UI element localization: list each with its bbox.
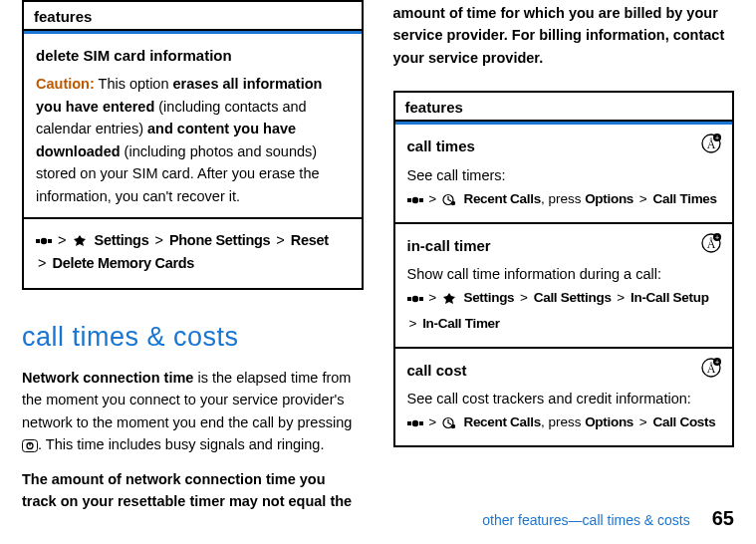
svg-point-1 xyxy=(41,238,47,244)
features-table-left: features delete SIM card information Cau… xyxy=(22,0,364,290)
path-sep: > xyxy=(274,229,286,251)
tools-icon xyxy=(442,292,456,306)
path-sep: > xyxy=(407,311,419,337)
call-times-title: call times xyxy=(407,135,721,157)
in-call-timer-desc: Show call time information during a call… xyxy=(407,263,721,285)
path-delete-memory: Delete Memory Cards xyxy=(53,255,195,271)
path-call-times: Call Times xyxy=(652,191,716,206)
page-footer: other features—call times & costs 65 xyxy=(482,507,734,530)
center-key-icon xyxy=(407,418,423,428)
page-number: 65 xyxy=(712,507,734,530)
svg-rect-26 xyxy=(407,421,411,425)
path-sep: > xyxy=(637,409,649,435)
left-column: features delete SIM card information Cau… xyxy=(22,0,364,544)
body-paragraph-2: The amount of network connection time yo… xyxy=(22,468,364,513)
path-settings: Settings xyxy=(463,290,514,305)
caution-text-1: This option xyxy=(95,76,173,92)
path-call-costs: Call Costs xyxy=(652,414,715,429)
caution-paragraph: Caution: This option erases all informat… xyxy=(36,73,350,207)
in-call-timer-row: +Å in-call timer Show call time informat… xyxy=(395,224,733,349)
svg-rect-12 xyxy=(419,198,423,202)
path-sep: > xyxy=(518,285,530,311)
svg-text:Å: Å xyxy=(707,237,716,251)
svg-rect-0 xyxy=(36,239,40,243)
in-call-timer-path: > Settings > Call Settings > In-Call Set… xyxy=(407,285,721,336)
body-paragraph-1: Network connection time is the elapsed t… xyxy=(22,367,364,456)
press-text: , press xyxy=(541,414,585,429)
svg-text:+: + xyxy=(715,135,719,141)
svg-rect-19 xyxy=(407,297,411,301)
call-times-path: > Recent Calls, press Options > Call Tim… xyxy=(407,186,721,212)
features-table-right: features +Å call times See call timers: … xyxy=(393,91,735,447)
center-key-icon xyxy=(407,294,423,304)
svg-point-14 xyxy=(451,201,455,205)
right-intro: amount of time for which you are billed … xyxy=(393,2,735,69)
path-sep: > xyxy=(426,186,438,212)
path-recent-calls: Recent Calls xyxy=(463,414,540,429)
svg-text:+: + xyxy=(715,234,719,241)
path-recent-calls: Recent Calls xyxy=(463,191,540,206)
svg-text:Å: Å xyxy=(707,362,716,376)
path-sep: > xyxy=(36,252,48,274)
recent-calls-icon xyxy=(442,193,456,206)
press-text: , press xyxy=(541,191,585,206)
svg-rect-2 xyxy=(48,239,52,243)
section-title: call times & costs xyxy=(22,322,364,353)
path-sep: > xyxy=(152,229,164,251)
features-header-left: features xyxy=(24,2,362,31)
path-call-settings: Call Settings xyxy=(534,290,612,305)
svg-point-20 xyxy=(411,296,417,302)
call-times-desc: See call timers: xyxy=(407,164,721,186)
delete-sim-row: delete SIM card information Caution: Thi… xyxy=(24,34,362,219)
end-key-icon xyxy=(22,439,38,452)
call-times-row: +Å call times See call timers: > Recent … xyxy=(395,125,733,223)
path-reset: Reset xyxy=(291,232,329,248)
body1c: . This time includes busy signals and ri… xyxy=(38,436,324,452)
recent-calls-icon xyxy=(442,416,456,429)
svg-text:+: + xyxy=(715,359,719,366)
svg-point-30 xyxy=(451,424,455,428)
call-cost-title: call cost xyxy=(407,359,721,382)
footer-text: other features—call times & costs xyxy=(482,512,690,528)
center-key-icon xyxy=(407,195,423,205)
path-sep: > xyxy=(426,409,438,435)
features-header-right: features xyxy=(395,93,733,122)
path-settings: Settings xyxy=(95,232,149,248)
path-in-call-setup: In-Call Setup xyxy=(630,290,709,305)
svg-text:Å: Å xyxy=(707,137,716,151)
svg-point-11 xyxy=(411,196,417,202)
operator-badge-icon: +Å xyxy=(700,133,722,154)
delete-sim-subheader: delete SIM card information xyxy=(36,44,350,67)
svg-rect-10 xyxy=(407,198,411,202)
path-options: Options xyxy=(585,414,633,429)
path-sep: > xyxy=(56,229,68,251)
path-sep: > xyxy=(637,186,649,212)
network-conn-bold: Network connection time xyxy=(22,370,193,386)
svg-point-27 xyxy=(411,420,417,426)
path-phone-settings: Phone Settings xyxy=(169,232,270,248)
delete-sim-path-row: > Settings > Phone Settings > Reset > De… xyxy=(24,219,362,290)
path-options: Options xyxy=(585,191,633,206)
call-cost-path: > Recent Calls, press Options > Call Cos… xyxy=(407,409,721,435)
call-cost-desc: See call cost trackers and credit inform… xyxy=(407,388,721,409)
tools-icon xyxy=(73,234,87,248)
caution-label: Caution: xyxy=(36,76,95,92)
operator-badge-icon: +Å xyxy=(700,232,722,254)
page: features delete SIM card information Cau… xyxy=(0,0,756,544)
center-key-icon xyxy=(36,236,52,246)
right-column: amount of time for which you are billed … xyxy=(393,0,735,544)
svg-rect-21 xyxy=(419,297,423,301)
operator-badge-icon: +Å xyxy=(700,357,722,379)
in-call-timer-title: in-call timer xyxy=(407,234,721,257)
svg-rect-28 xyxy=(419,421,423,425)
call-cost-row: +Å call cost See call cost trackers and … xyxy=(395,349,733,447)
path-sep: > xyxy=(615,285,627,311)
path-sep: > xyxy=(426,285,438,311)
path-in-call-timer: In-Call Timer xyxy=(422,316,500,331)
